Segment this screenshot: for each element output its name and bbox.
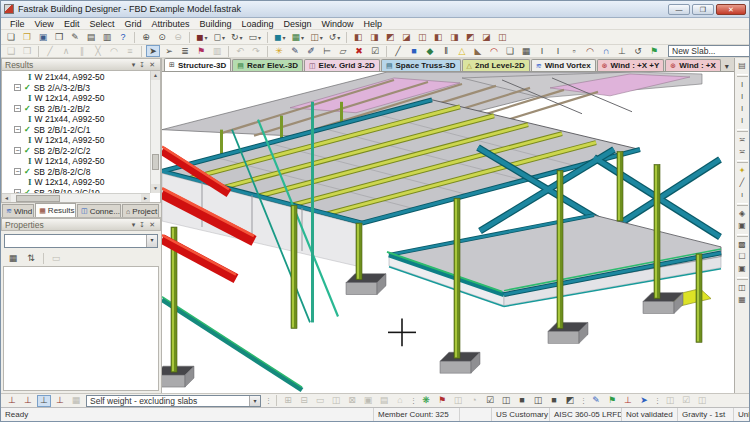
cube-view-3-icon[interactable]: ◩ [383, 31, 397, 43]
panel-tab-results[interactable]: ▦Results [35, 203, 76, 217]
properties-close-icon[interactable]: ✕ [147, 219, 157, 230]
menu-view[interactable]: View [30, 18, 59, 30]
load-red-icon[interactable]: ⊥ [621, 395, 635, 407]
view-tab-space-truss-3d[interactable]: ▤Space Truss-3D [381, 59, 461, 71]
edit-member-icon[interactable]: ✎ [288, 45, 302, 57]
rotate-view-icon[interactable]: ↻▾ [229, 31, 245, 43]
paint-properties-icon[interactable]: ⚑ [194, 45, 208, 57]
open-icon[interactable]: ❐ [20, 31, 34, 43]
tree-row[interactable]: IW 21x44, A992-50 [2, 72, 150, 83]
frame-toggle-icon[interactable]: ☐ [736, 251, 749, 263]
tab-scroll-menu-icon[interactable]: ▾ [722, 62, 732, 71]
save-icon[interactable]: ▣ [36, 31, 50, 43]
help-icon[interactable]: ? [116, 31, 130, 43]
result-view-1-icon[interactable]: ☑ [483, 395, 497, 407]
mesh-toggle-icon[interactable]: ▦ [736, 294, 749, 306]
brace-view-icon[interactable]: I [736, 103, 749, 115]
grid-tool-icon[interactable]: ▦ [519, 45, 533, 57]
property-pages-icon[interactable]: ▭ [48, 253, 64, 265]
select-arrow-icon[interactable]: ➤ [146, 45, 160, 57]
zoom-in-icon[interactable]: ⊕ [139, 31, 153, 43]
tree-row[interactable]: −✓SB 2/B/2-2/C/2 [2, 146, 150, 157]
box-select-icon[interactable]: ▣ [361, 395, 375, 407]
panel-tab-wind[interactable]: ≋Wind [2, 204, 34, 217]
load-view-icon[interactable]: ⊥ [21, 395, 35, 407]
menu-building[interactable]: Building [194, 18, 236, 30]
validate-icon[interactable]: ☑ [368, 45, 382, 57]
report-3-icon[interactable]: ◫ [695, 395, 709, 407]
screen-view-icon[interactable]: ▭▾ [247, 31, 264, 43]
results-pin-icon[interactable]: ↧ [137, 59, 147, 70]
panel-tab-conne[interactable]: ◫Conne... [77, 204, 121, 217]
scroll-down-icon[interactable]: ▼ [151, 184, 160, 193]
cube-view-8-icon[interactable]: ◩ [463, 31, 477, 43]
draw-beam-icon[interactable]: ╱ [391, 45, 405, 57]
tree-row[interactable]: IW 12x14, A992-50 [2, 177, 150, 188]
previous-view-icon[interactable]: ▭ [313, 395, 327, 407]
clip-icon[interactable]: ⊠ [345, 395, 359, 407]
view-plan-icon[interactable]: ◻▾ [212, 31, 228, 43]
cube-view-2-icon[interactable]: ◨ [367, 31, 381, 43]
tree-vertical-scrollbar[interactable]: ▲ ▼ [150, 71, 160, 193]
model-canvas[interactable] [162, 72, 734, 393]
pause-check-icon[interactable]: ◫ [451, 395, 465, 407]
close-button[interactable]: ✕ [716, 4, 746, 15]
cube-view-4-icon[interactable]: ◪ [399, 31, 413, 43]
info-icon[interactable]: ı [736, 189, 749, 201]
edit-icon[interactable]: ✎ [68, 31, 82, 43]
view-tab-wind-vortex[interactable]: ≋Wind Vortex [531, 59, 596, 71]
expander-icon[interactable]: − [14, 126, 21, 133]
beam-view-icon[interactable]: I [736, 79, 749, 91]
view-tab-elev-grid-3-2d[interactable]: ◫Elev. Grid 3-2D [304, 59, 380, 71]
column-section-icon[interactable]: I [551, 45, 565, 57]
copy-icon[interactable]: ▤ [84, 31, 98, 43]
solid-toggle-icon[interactable]: ▣ [736, 263, 749, 275]
deflection-view-icon[interactable]: ≍ [736, 134, 749, 146]
delete-icon[interactable]: ✖ [352, 45, 366, 57]
tree-row[interactable]: −✓SB 2/B/1-2/B/2 [2, 104, 150, 115]
show-columns-icon[interactable]: ▥ [210, 45, 224, 57]
result-view-2-icon[interactable]: ◫ [499, 395, 513, 407]
expander-icon[interactable]: − [14, 105, 21, 112]
restore-button[interactable]: ❐ [692, 4, 714, 15]
erase-icon[interactable]: ▱ [336, 45, 350, 57]
zoom-extents-icon[interactable]: ⊟ [297, 395, 311, 407]
toolbar-overflow-icon[interactable]: ⋮ [410, 397, 416, 405]
menu-file[interactable]: File [5, 18, 30, 30]
grid-toggle-icon[interactable]: ▩ [736, 239, 749, 251]
cube-view-9-icon[interactable]: ◪ [479, 31, 493, 43]
load-next-icon[interactable]: ⊥ [53, 395, 67, 407]
select-area-icon[interactable]: ➢ [162, 45, 176, 57]
print-icon[interactable]: ▥ [100, 31, 114, 43]
panel-tab-project[interactable]: ⌂Project [122, 204, 159, 217]
loadcase-arrow-icon[interactable]: ▾ [249, 396, 260, 406]
loadcase-combo[interactable]: Self weight - excluding slabs ▾ [86, 395, 261, 407]
cube-view-10-icon[interactable]: ◫ [495, 31, 509, 43]
moment-view-icon[interactable]: ≍ [736, 146, 749, 158]
menu-loading[interactable]: Loading [236, 18, 278, 30]
create-icon[interactable]: ✳ [272, 45, 286, 57]
angle-member-icon[interactable]: ◣ [471, 45, 485, 57]
results-close-icon[interactable]: ✕ [147, 59, 157, 70]
beam-section-icon[interactable]: I [535, 45, 549, 57]
copy-grid-icon[interactable]: ❑ [4, 45, 18, 57]
slope-icon[interactable]: ╱ [736, 177, 749, 189]
minimize-button[interactable]: — [668, 4, 690, 15]
render-mode-icon[interactable]: ◈ [736, 208, 749, 220]
render-cube-icon[interactable]: ◼▾ [272, 31, 288, 43]
sort-az-icon[interactable]: ⇅ [23, 253, 39, 265]
support-tool-icon[interactable]: ⊥ [615, 45, 629, 57]
iso-view-icon[interactable]: ▤ [377, 395, 391, 407]
arc-member-icon[interactable]: ◠ [487, 45, 501, 57]
toolbar-overflow-icon[interactable]: ⋮ [580, 397, 586, 405]
home-view-icon[interactable]: ⌂ [393, 395, 407, 407]
expander-icon[interactable]: − [14, 147, 21, 154]
menu-grid[interactable]: Grid [119, 18, 146, 30]
cube-view-6-icon[interactable]: ◧ [431, 31, 445, 43]
zoom-out-icon[interactable]: ⊖ [171, 31, 185, 43]
measure-icon[interactable]: ⊢ [320, 45, 334, 57]
categorize-icon[interactable]: ▦ [5, 253, 21, 265]
export-icon[interactable]: ❒ [52, 31, 66, 43]
next-view-icon[interactable]: ◫ [329, 395, 343, 407]
view-tab-wind-x-y[interactable]: ⊛Wind : +X +Y [597, 59, 665, 71]
